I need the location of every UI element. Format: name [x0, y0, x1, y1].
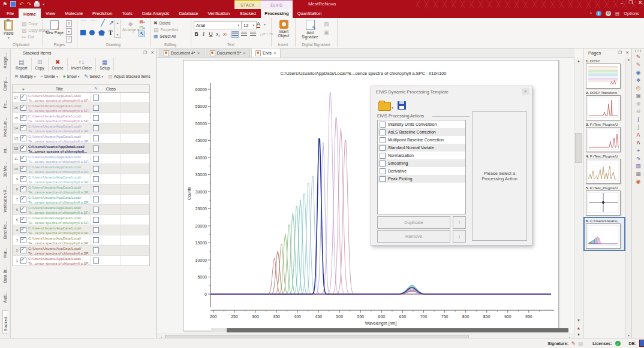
show-checkbox[interactable]	[20, 258, 26, 264]
line-tool-icon[interactable]: ╱	[101, 19, 105, 26]
copy-button[interactable]: ⊞Copy	[32, 58, 49, 71]
rings-tool-icon[interactable]: ◎	[634, 84, 643, 92]
redo-icon[interactable]: ↷	[27, 1, 32, 7]
page-setup-icon[interactable]: S	[66, 20, 72, 27]
row-class[interactable]	[101, 225, 121, 235]
pin-checkbox[interactable]	[93, 217, 99, 223]
open-template-caret-icon[interactable]: ▾	[392, 106, 393, 110]
page-thumbnail-image[interactable]	[586, 63, 621, 89]
table-row[interactable]: 5C:/Users/Usuario/AppData/Local/Te...cen…	[12, 215, 150, 225]
pin-checkbox[interactable]	[93, 95, 99, 101]
show-checkbox[interactable]	[20, 115, 26, 121]
underline-button[interactable]: U	[207, 31, 214, 37]
row-class[interactable]	[101, 134, 121, 143]
properties-button[interactable]: ▤Properties	[154, 26, 178, 33]
pages-scroll-up-icon[interactable]: ▲	[626, 58, 631, 61]
pin-checkbox[interactable]	[93, 105, 99, 111]
pin-checkbox[interactable]	[93, 237, 99, 243]
paste-button[interactable]: Paste ▾	[4, 20, 14, 40]
row-title[interactable]: C:/Users/Usuario/AppData/Local/Te...cenc…	[28, 215, 91, 225]
dialog-close-icon[interactable]: ✕	[522, 88, 529, 95]
action-checkbox[interactable]	[380, 122, 386, 128]
row-class[interactable]	[101, 235, 121, 245]
save-template-icon[interactable]	[398, 101, 406, 110]
help-book-icon[interactable]: ▤	[615, 11, 619, 16]
signature-status-icon[interactable]: ✎	[571, 341, 576, 346]
close-panel-icon[interactable]: ✕	[151, 50, 154, 55]
font-color-caret-icon[interactable]: ▾	[264, 23, 266, 26]
action-checkbox[interactable]	[380, 129, 386, 135]
pages-scrollbar[interactable]: ▲ ▼	[625, 58, 631, 338]
page-thumbnail-1[interactable]: 1. DOSY	[586, 59, 623, 89]
char-spacing-icon[interactable]: ⇤ι	[263, 32, 267, 37]
minimize-button[interactable]: –	[621, 0, 623, 5]
grid-tool-icon[interactable]: ▦	[634, 170, 643, 178]
dock-tab-mul[interactable]: Mul...	[2, 246, 8, 259]
delete-button[interactable]: ✖Delete	[154, 20, 178, 26]
arrange-button[interactable]: ❖ Arrange ▾	[122, 21, 139, 32]
row-title[interactable]: C:/Users/Usuario/AppData/Local/Te...cenc…	[28, 154, 91, 164]
action-checkbox[interactable]	[380, 161, 386, 167]
row-title[interactable]: C:/Users/Usuario/AppData/Local/Te...cenc…	[28, 123, 91, 133]
show-checkbox[interactable]	[20, 156, 26, 162]
adjust-stacked-items-button[interactable]: ▨Adjust Stacked Items	[106, 72, 153, 81]
row-title[interactable]: C:/Users/Usuario/AppData/Local/Te...cenc…	[28, 235, 91, 245]
pin-checkbox[interactable]	[93, 146, 99, 152]
pin-checkbox[interactable]	[93, 166, 99, 172]
delete-button[interactable]: ✖Delete	[49, 58, 68, 71]
align-right-button[interactable]	[250, 32, 256, 37]
close-tab-icon[interactable]: ✕	[243, 51, 246, 55]
align-left-button[interactable]	[232, 32, 238, 37]
auto-assignment-icon[interactable]: ✎	[634, 61, 643, 69]
processing-action-peak-picking[interactable]: Peak Picking	[378, 175, 465, 183]
table-row[interactable]: 7C:/Users/Usuario/AppData/Local/Te...cen…	[12, 195, 150, 205]
signature-image-icon[interactable]: ▣	[324, 29, 329, 35]
arrow-tool-icon[interactable]: ↗	[109, 19, 114, 26]
menu-tab-home[interactable]: Home	[19, 8, 41, 19]
shape-spinner[interactable]: ▲▪▼	[114, 20, 121, 38]
target-tool-icon[interactable]: ◉	[634, 178, 643, 186]
pin-checkbox[interactable]	[93, 115, 99, 121]
show-checkbox[interactable]	[20, 166, 26, 172]
table-row[interactable]: 6C:/Users/Usuario/AppData/Local/Te...cen…	[12, 205, 150, 215]
superscript-button[interactable]: X¹	[222, 32, 228, 37]
row-class[interactable]	[101, 215, 121, 225]
insert-object-button[interactable]: Insert Object	[277, 20, 290, 38]
action-checkbox[interactable]	[380, 145, 386, 151]
menu-tab-database[interactable]: Database	[174, 8, 203, 18]
pin-checkbox[interactable]	[93, 135, 99, 141]
row-title[interactable]: C:/Users/Usuario/AppData/Local/Te...cenc…	[28, 113, 91, 123]
table-row[interactable]: 11C:/Users/Usuario/AppData/Local/Te...ce…	[12, 154, 150, 164]
move-up-button[interactable]: ↑	[453, 216, 466, 229]
canvas-vscrollbar-thumb[interactable]	[575, 133, 582, 163]
new-document-icon[interactable]: ⚑	[2, 1, 7, 7]
toolbar-drag-handle[interactable]	[635, 50, 642, 52]
show-checkbox[interactable]	[20, 196, 26, 202]
menu-tab-processing[interactable]: Processing	[261, 9, 292, 18]
canvas-vscrollbar[interactable]: ▲ ▼ ▲ ▼	[574, 58, 583, 338]
row-class[interactable]	[101, 205, 121, 214]
molecule-tool-icon[interactable]: ◉	[634, 69, 643, 77]
remove-button[interactable]: Remove	[377, 230, 450, 243]
row-class[interactable]	[101, 154, 121, 164]
show-checkbox[interactable]	[20, 176, 26, 182]
dock-tab-3d-mo[interactable]: 3D Mo...	[2, 161, 8, 179]
menu-tab-data-analysis[interactable]: Data Analysis	[137, 8, 174, 18]
page-thumbnail-image[interactable]	[586, 95, 621, 120]
duplicate-button[interactable]: Duplicate	[377, 216, 450, 229]
subscript-button[interactable]: X₂	[215, 32, 221, 37]
move-down-button[interactable]: ↓	[453, 230, 466, 243]
select-button[interactable]: ✎Select▾	[82, 72, 106, 81]
snapshot-tool-icon[interactable]: ▣	[634, 92, 643, 100]
table-row[interactable]: 15C:/Users/Usuario/AppData/Local/Te...ce…	[12, 113, 150, 123]
add-signature-button[interactable]: Add Signature	[300, 20, 320, 39]
table-row[interactable]: 14C:/Users/Usuario/AppData/Local/Te...ce…	[12, 123, 150, 134]
integration-manual-icon[interactable]: ∫	[634, 123, 643, 131]
document-tab-elvis[interactable]: Elvis✕	[251, 48, 281, 58]
row-title[interactable]: C:/Users/Usuario/AppData/Local/Te...cenc…	[28, 256, 91, 265]
polygon-tool-icon[interactable]	[98, 30, 105, 36]
processing-action-smoothing[interactable]: Smoothing	[378, 159, 465, 167]
row-class[interactable]	[101, 123, 121, 133]
zoom-out-tool-icon[interactable]: ⊖	[634, 108, 643, 116]
processing-action-derivative[interactable]: Derivative	[378, 167, 465, 175]
